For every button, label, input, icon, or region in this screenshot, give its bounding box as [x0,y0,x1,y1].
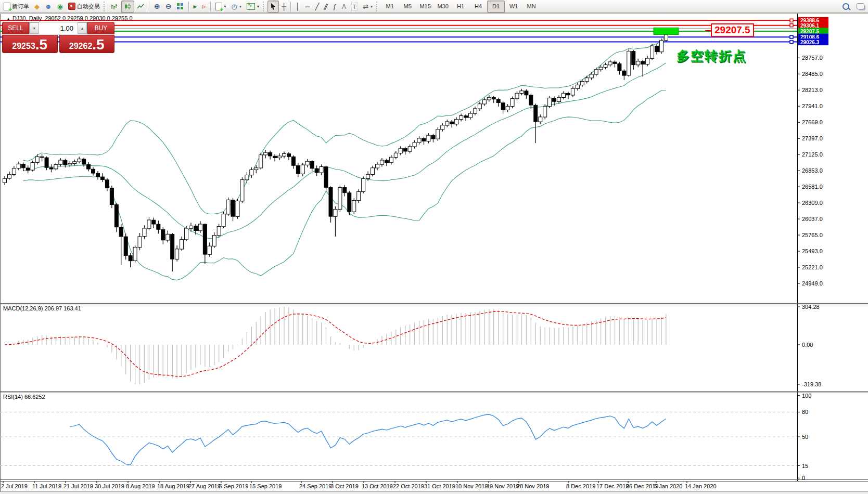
svg-text:28213.0: 28213.0 [802,87,823,93]
buy-price-display[interactable]: 29262.5 [59,35,115,53]
svg-text:27125.0: 27125.0 [802,151,823,158]
svg-text:50: 50 [802,434,808,440]
buy-price-pips: .5 [92,38,104,51]
cursor-tool-button[interactable] [267,1,279,12]
profile-button[interactable] [42,1,55,12]
candles-layer[interactable] [3,28,668,271]
periods-button[interactable]: ▾ [229,1,244,12]
svg-text:8 Dec 2019: 8 Dec 2019 [566,483,595,489]
svg-text:304.28: 304.28 [802,304,820,310]
svg-text:29026.3: 29026.3 [800,40,820,45]
new-order-button[interactable]: 新订单 [1,1,32,12]
indicators-icon [247,3,255,10]
fibonacci-tool-button[interactable] [330,1,339,12]
one-click-trading-panel[interactable]: SELL ▼ ▲ BUY 29253.5 29262.5 [2,22,114,53]
indicators-button[interactable]: ▾ [244,1,262,12]
sell-price-pips: .5 [35,38,47,51]
sell-price-display[interactable]: 29253.5 [2,35,58,53]
timeframe-mn-button[interactable]: MN [522,1,540,12]
sell-button[interactable]: SELL [2,22,29,34]
highlight-box[interactable] [654,28,679,34]
timeframe-h4-button[interactable]: H4 [469,1,487,12]
channel-tool-button[interactable] [322,1,330,12]
crosshair-icon [282,3,286,10]
svg-text:100: 100 [802,393,811,399]
auto-trading-icon [68,3,75,10]
bar-chart-mode-button[interactable] [108,1,121,12]
timeframe-d1-button[interactable]: D1 [487,1,505,12]
vertical-line-icon [296,3,300,10]
tile-windows-icon [177,3,180,6]
timeframe-h1-button[interactable]: H1 [452,1,469,12]
candle-chart-mode-button[interactable] [121,1,134,12]
main-toolbar: 新订单 自动交易 ▾ ▾ ▾ ▾ M1 M5 M15 M30 H1 H4 D1 … [0,0,868,13]
svg-text:15 Sep 2019: 15 Sep 2019 [249,483,282,489]
arrows-tool-button[interactable]: ▾ [360,1,375,12]
text-tool-button[interactable] [339,1,349,12]
svg-text:17 Dec 2019: 17 Dec 2019 [596,483,629,489]
svg-text:22 Oct 2019: 22 Oct 2019 [393,483,424,489]
timeframe-m15-button[interactable]: M15 [416,1,434,12]
new-order-label: 新订单 [12,3,29,10]
svg-text:29306.1: 29306.1 [800,23,820,29]
svg-text:8 Aug 2019: 8 Aug 2019 [126,483,155,489]
vertical-line-tool-button[interactable] [293,1,302,12]
svg-text:24949.0: 24949.0 [802,280,823,287]
crosshair-tool-button[interactable] [279,1,289,12]
label-icon [351,3,358,10]
auto-trading-label: 自动交易 [77,3,100,10]
zoom-in-button[interactable] [151,1,163,12]
turning-point-annotation[interactable]: 多空转折点 [676,47,747,64]
svg-text:26581.0: 26581.0 [802,184,823,190]
chevron-down-icon: ▾ [224,4,226,9]
metaeditor-button[interactable] [32,1,42,12]
channel-icon [324,3,328,10]
line-chart-mode-button[interactable] [134,1,147,12]
svg-text:18 Aug 2019: 18 Aug 2019 [157,483,189,489]
signal-button[interactable] [55,1,66,12]
chat-icon [857,3,864,9]
zoom-in-icon [154,3,160,10]
status-strip [0,491,868,494]
cursor-icon [270,3,276,10]
buy-price-main: 29262 [69,41,93,51]
svg-text:14 Jan 2020: 14 Jan 2020 [685,483,717,489]
zoom-out-button[interactable] [163,1,174,12]
svg-text:10 Nov 2019: 10 Nov 2019 [455,483,488,489]
timeframe-m5-button[interactable]: M5 [399,1,416,12]
auto-scroll-button[interactable] [191,1,200,12]
price-callout-label[interactable]: 29207.5 [711,23,754,37]
trendline-tool-button[interactable] [313,1,322,12]
volume-decrease-button[interactable]: ▼ [30,22,39,34]
chart-shift-button[interactable] [200,1,209,12]
toolbar-grip [104,2,106,11]
line-chart-icon [137,3,145,10]
templates-button[interactable]: ▾ [213,1,229,12]
symbol-label: DJ30, Daily [12,15,42,21]
profile-icon [45,3,52,10]
timeframe-m1-button[interactable]: M1 [381,1,399,12]
svg-text:28485.0: 28485.0 [802,71,823,77]
svg-text:24 Sep 2019: 24 Sep 2019 [299,483,331,489]
arrows-icon [363,3,368,10]
community-chat-button[interactable] [854,1,867,12]
buy-button[interactable]: BUY [87,22,114,34]
volume-increase-button[interactable]: ▲ [78,22,87,34]
tile-windows-button[interactable] [174,1,187,12]
search-button[interactable] [840,1,854,12]
chart-area[interactable]: 28757.028485.028213.027941.027669.027397… [0,0,868,494]
svg-text:28 Nov 2019: 28 Nov 2019 [517,483,549,489]
macd-pane: 304.280.00-319.38 [5,304,821,387]
timeframe-w1-button[interactable]: W1 [505,1,522,12]
volume-stepper[interactable]: ▼ ▲ [29,22,87,34]
timeframe-m30-button[interactable]: M30 [434,1,452,12]
auto-trading-button[interactable]: 自动交易 [66,1,103,12]
volume-input[interactable] [39,22,78,34]
toolbar-separator [188,2,189,11]
label-tool-button[interactable] [349,1,360,12]
chevron-down-icon: ▾ [257,4,259,9]
bar-chart-icon [111,3,119,10]
svg-text:26853.0: 26853.0 [802,167,823,174]
new-order-icon [4,3,10,10]
horizontal-line-tool-button[interactable] [302,1,312,12]
